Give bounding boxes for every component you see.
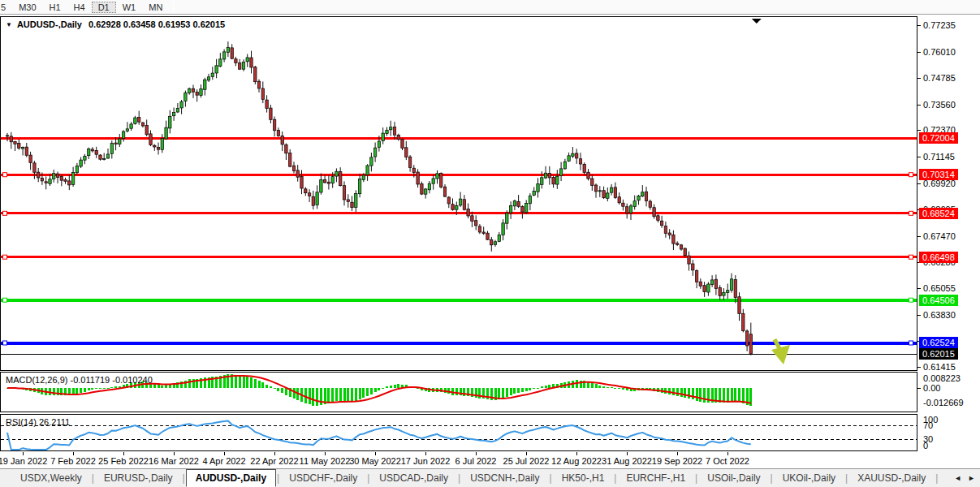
date-tick-mark bbox=[274, 452, 275, 455]
date-tick-mark bbox=[224, 452, 225, 455]
timeframe-button-h4[interactable]: H4 bbox=[67, 2, 92, 13]
timeframe-toolbar: 5M30H1H4D1W1MN bbox=[0, 0, 980, 15]
chart-tab-audusd-daily[interactable]: AUDUSD-,Daily bbox=[186, 469, 276, 487]
timeframe-button-d1[interactable]: D1 bbox=[92, 2, 116, 13]
timeframe-button-5[interactable]: 5 bbox=[0, 2, 12, 13]
level-price-label: 0.68524 bbox=[919, 208, 958, 219]
chart-tab-ukoil-daily[interactable]: UKOil-,Daily bbox=[774, 470, 844, 486]
main-chart-panel[interactable]: ▼AUDUSD-,Daily0.62928 0.63458 0.61953 0.… bbox=[0, 16, 917, 371]
price-axis-tick: 0.63830 bbox=[923, 311, 956, 320]
price-axis[interactable]: 0.772350.760100.747850.735600.723700.711… bbox=[917, 16, 980, 452]
chart-tab-eurusd-daily[interactable]: EURUSD-,Daily bbox=[95, 470, 182, 486]
macd-label: MACD(12,26,9) -0.011719 -0.010240 bbox=[6, 375, 153, 385]
axis-tick-mark bbox=[917, 130, 921, 131]
level-price-label: 0.64506 bbox=[919, 295, 958, 306]
date-axis[interactable]: 19 Jan 20227 Feb 202225 Feb 202216 Mar 2… bbox=[0, 452, 917, 468]
date-tick-mark bbox=[174, 452, 175, 455]
chart-tab-hk50-h1[interactable]: HK50-,H1 bbox=[553, 470, 614, 486]
level-handle[interactable] bbox=[909, 341, 913, 345]
level-handle[interactable] bbox=[3, 298, 7, 302]
rsi-indicator-panel[interactable]: RSI(14) 26.2111 bbox=[0, 414, 917, 451]
date-tick-mark bbox=[727, 452, 728, 455]
price-axis-tick: 0.76010 bbox=[923, 48, 956, 57]
level-handle[interactable] bbox=[909, 211, 913, 215]
indicator-axis-tick: 0.008223 bbox=[923, 374, 961, 383]
date-tick-label: 19 Sep 2022 bbox=[652, 456, 702, 466]
timeframe-button-m30[interactable]: M30 bbox=[12, 2, 42, 13]
date-tick-label: 22 Apr 2022 bbox=[250, 456, 298, 466]
date-tick-label: 25 Feb 2022 bbox=[98, 456, 149, 466]
date-tick-mark bbox=[123, 452, 124, 455]
date-tick-mark bbox=[73, 452, 74, 455]
rsi-label: RSI(14) 26.2111 bbox=[6, 417, 70, 427]
rsi-value: 26.2111 bbox=[39, 417, 70, 427]
price-axis-tick: 0.71145 bbox=[923, 153, 955, 162]
indicator-axis-tick: 0 bbox=[923, 442, 928, 450]
chart-symbol-period: AUDUSD-,Daily bbox=[17, 19, 82, 29]
candlesticks bbox=[6, 41, 752, 356]
level-handle[interactable] bbox=[909, 255, 913, 259]
date-tick-mark bbox=[576, 452, 577, 455]
timeframe-button-h1[interactable]: H1 bbox=[43, 2, 67, 13]
date-tick-label: 4 Apr 2022 bbox=[202, 456, 245, 466]
chart-tab-usdcad-daily[interactable]: USDCAD-,Daily bbox=[370, 470, 457, 486]
date-tick-label: 7 Feb 2022 bbox=[50, 456, 96, 466]
date-tick-label: 17 Jun 2022 bbox=[401, 456, 451, 466]
macd-name: MACD(12,26,9) bbox=[6, 375, 67, 385]
price-axis-tick: 0.73560 bbox=[923, 101, 956, 110]
date-tick-mark bbox=[677, 452, 678, 455]
timeframe-button-mn[interactable]: MN bbox=[142, 2, 169, 13]
timeframe-button-w1[interactable]: W1 bbox=[116, 2, 143, 13]
indicator-axis-tick: 70 bbox=[923, 421, 933, 430]
date-tick-label: 12 Aug 2022 bbox=[551, 456, 602, 466]
axis-tick-mark bbox=[917, 25, 921, 26]
symbol-dropdown-icon[interactable]: ▼ bbox=[6, 21, 12, 28]
date-tick-label: 16 Mar 2022 bbox=[149, 456, 199, 466]
indicator-axis-tick: 0.00 bbox=[923, 384, 940, 393]
toolbar-separator bbox=[173, 2, 174, 12]
chart-tab-xauusd-daily[interactable]: XAUUSD-,Daily bbox=[848, 470, 935, 486]
level-handle[interactable] bbox=[3, 255, 7, 259]
date-tick-label: 19 Jan 2022 bbox=[0, 456, 47, 466]
level-price-label: 0.70314 bbox=[919, 169, 958, 180]
level-price-label: 0.66498 bbox=[919, 252, 958, 263]
axis-tick-mark bbox=[917, 52, 921, 53]
chart-tab-eurchf-h1[interactable]: EURCHF-,H1 bbox=[617, 470, 694, 486]
macd-indicator-panel[interactable]: MACD(12,26,9) -0.011719 -0.010240 bbox=[0, 372, 917, 412]
axis-tick-mark bbox=[917, 388, 921, 389]
level-handle[interactable] bbox=[3, 341, 7, 345]
bar-shift-marker-icon[interactable] bbox=[752, 19, 762, 24]
price-chart-canvas[interactable] bbox=[1, 17, 917, 370]
axis-tick-mark bbox=[917, 288, 921, 289]
axis-tick-mark bbox=[917, 157, 921, 157]
level-handle[interactable] bbox=[3, 211, 7, 215]
chart-tab-bar: USDX,Weekly|EURUSD-,Daily|AUDUSD-,Daily|… bbox=[0, 468, 980, 487]
price-axis-tick: 0.67470 bbox=[923, 232, 956, 241]
date-tick-mark bbox=[23, 452, 24, 455]
chart-tab-usoil-daily[interactable]: USOil-,Daily bbox=[698, 470, 769, 486]
price-axis-tick: 0.77235 bbox=[923, 21, 956, 30]
chart-tab-usdcnh-daily[interactable]: USDCNH-,Daily bbox=[461, 470, 548, 486]
axis-tick-mark bbox=[917, 105, 921, 106]
price-axis-tick: 0.69920 bbox=[923, 179, 956, 188]
macd-values: -0.011719 -0.010240 bbox=[70, 375, 152, 385]
date-tick-label: 30 May 2022 bbox=[349, 456, 401, 466]
indicator-axis-tick: -0.012669 bbox=[923, 399, 964, 407]
level-handle[interactable] bbox=[3, 173, 7, 177]
level-price-label: 0.62015 bbox=[919, 348, 958, 360]
chart-tab-usdx-weekly[interactable]: USDX,Weekly bbox=[11, 470, 91, 486]
rsi-canvas[interactable] bbox=[1, 415, 917, 450]
chart-tab-usdchf-daily[interactable]: USDCHF-,Daily bbox=[280, 470, 366, 486]
level-handle[interactable] bbox=[909, 173, 913, 177]
date-tick-label: 7 Oct 2022 bbox=[706, 456, 749, 466]
level-handle[interactable] bbox=[909, 298, 913, 302]
date-tick-label: 31 Aug 2022 bbox=[602, 456, 652, 466]
tab-scroll-left-button[interactable]: ◄ bbox=[954, 474, 961, 482]
date-tick-mark bbox=[627, 452, 628, 455]
chart-title: ▼AUDUSD-,Daily0.62928 0.63458 0.61953 0.… bbox=[6, 19, 225, 29]
price-axis-tick: 0.65055 bbox=[923, 284, 956, 293]
date-tick-label: 6 Jul 2022 bbox=[455, 456, 497, 466]
tab-scroll-right-button[interactable]: ► bbox=[968, 474, 975, 482]
axis-tick-mark bbox=[917, 367, 921, 368]
date-tick-mark bbox=[526, 452, 527, 455]
